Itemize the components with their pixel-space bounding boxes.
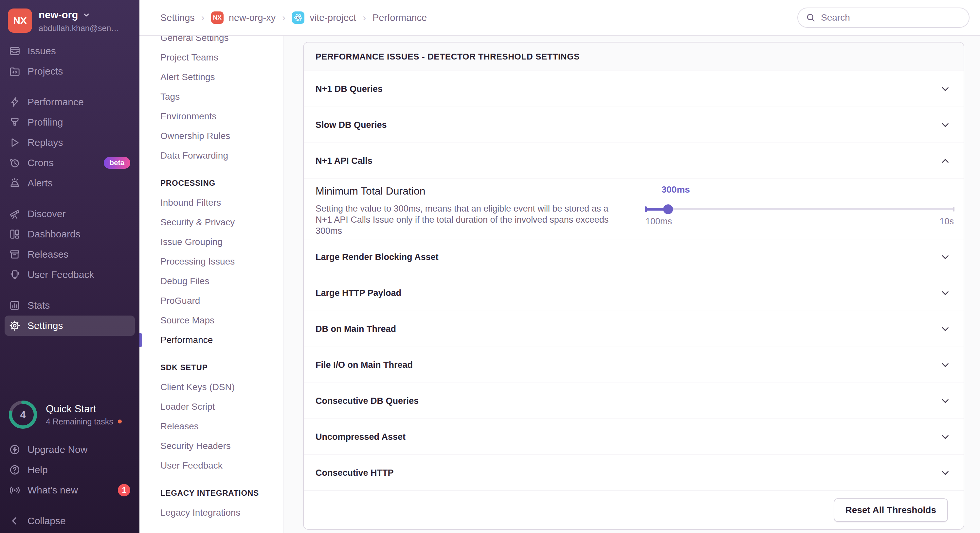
- settings-nav-item-tags[interactable]: Tags: [161, 87, 283, 106]
- panel-header: PERFORMANCE ISSUES - DETECTOR THRESHOLD …: [304, 43, 964, 71]
- settings-nav-item-processing-issues[interactable]: Processing Issues: [161, 252, 283, 271]
- detector-row-consecutive-http[interactable]: Consecutive HTTP: [304, 455, 964, 491]
- detector-row-db-on-main-thread[interactable]: DB on Main Thread: [304, 311, 964, 347]
- org-switcher[interactable]: NX new-org abdullah.khan@sen…: [0, 0, 140, 33]
- crons-icon: [9, 157, 20, 168]
- settings-nav-item-legacy-integrations[interactable]: Legacy Integrations: [161, 503, 283, 522]
- settings-nav-item-user-feedback[interactable]: User Feedback: [161, 456, 283, 476]
- settings-nav-item-security-headers[interactable]: Security Headers: [161, 436, 283, 456]
- sidebar-item-discover[interactable]: Discover: [0, 204, 140, 224]
- quick-start-subtitle: 4 Remaining tasks: [46, 417, 113, 427]
- detector-row-n-1-db-queries[interactable]: N+1 DB Queries: [304, 71, 964, 107]
- settings-nav-item-performance[interactable]: Performance: [161, 330, 283, 350]
- settings-nav-item-issue-grouping[interactable]: Issue Grouping: [161, 232, 283, 252]
- sidebar-item-user-feedback[interactable]: User Feedback: [0, 265, 140, 285]
- slider-value-label: 300ms: [662, 184, 690, 195]
- settings-nav-item-debug-files[interactable]: Debug Files: [161, 271, 283, 291]
- settings-nav-item-inbound-filters[interactable]: Inbound Filters: [161, 193, 283, 213]
- search-box[interactable]: [797, 8, 969, 28]
- collapse-icon: [9, 516, 20, 527]
- threshold-slider[interactable]: 300ms 100ms 10s: [646, 179, 954, 239]
- upgrade-icon: [9, 444, 20, 455]
- settings-nav-item-general-settings[interactable]: General Settings: [161, 36, 283, 48]
- sidebar-item-issues[interactable]: Issues: [0, 41, 140, 61]
- chevron-down-icon: [940, 120, 951, 130]
- discover-icon: [9, 208, 20, 219]
- detector-row-slow-db-queries[interactable]: Slow DB Queries: [304, 107, 964, 143]
- sidebar-item-alerts[interactable]: Alerts: [0, 173, 140, 193]
- chevron-down-icon: [940, 84, 951, 94]
- search-input[interactable]: [821, 13, 961, 23]
- detector-row-label: Slow DB Queries: [315, 120, 387, 130]
- detector-row-label: N+1 API Calls: [315, 156, 372, 166]
- settings-nav-item-proguard[interactable]: ProGuard: [161, 291, 283, 311]
- sidebar-item-settings[interactable]: Settings: [5, 316, 135, 336]
- sidebar-item-what-s-new[interactable]: What's new1: [0, 480, 140, 500]
- detector-row-label: Uncompressed Asset: [315, 432, 406, 442]
- slider-min-label: 100ms: [646, 216, 672, 227]
- breadcrumb-vite-project[interactable]: vite-project: [292, 11, 356, 24]
- tasks-dot: [118, 420, 122, 424]
- slider-thumb[interactable]: [663, 205, 673, 214]
- react-logo-icon: [293, 13, 303, 22]
- settings-nav-item-releases[interactable]: Releases: [161, 417, 283, 436]
- detector-row-label: Large Render Blocking Asset: [315, 252, 439, 262]
- beta-badge: beta: [104, 157, 130, 169]
- breadcrumb-performance[interactable]: Performance: [372, 13, 427, 23]
- sidebar-collapse-button[interactable]: Collapse: [0, 511, 140, 531]
- detector-row-label: File I/O on Main Thread: [315, 360, 413, 370]
- sidebar-item-label: Profiling: [27, 117, 63, 128]
- sidebar-item-upgrade-now[interactable]: Upgrade Now: [0, 439, 140, 460]
- breadcrumb-separator: ›: [282, 12, 285, 23]
- detector-row-consecutive-db-queries[interactable]: Consecutive DB Queries: [304, 383, 964, 419]
- sidebar-item-label: Settings: [27, 320, 63, 331]
- detector-row-n-1-api-calls[interactable]: N+1 API Calls: [304, 143, 964, 179]
- sidebar-item-dashboards[interactable]: Dashboards: [0, 224, 140, 244]
- breadcrumb-separator: ›: [201, 12, 205, 23]
- sidebar-item-projects[interactable]: Projects: [0, 61, 140, 81]
- sidebar-item-releases[interactable]: Releases: [0, 244, 140, 265]
- settings-nav-item-client-keys-dsn[interactable]: Client Keys (DSN): [161, 378, 283, 397]
- chevron-down-icon: [940, 468, 951, 478]
- sidebar-item-help[interactable]: Help: [0, 460, 140, 480]
- replays-icon: [9, 137, 20, 148]
- chevron-down-icon: [940, 396, 951, 406]
- settings-nav-item-ownership-rules[interactable]: Ownership Rules: [161, 126, 283, 146]
- detector-row-file-i-o-on-main-thread[interactable]: File I/O on Main Thread: [304, 347, 964, 383]
- settings-nav-item-source-maps[interactable]: Source Maps: [161, 311, 283, 330]
- slider-max-label: 10s: [939, 216, 954, 227]
- sidebar-item-stats[interactable]: Stats: [0, 295, 140, 316]
- sidebar-item-label: Help: [27, 464, 48, 476]
- help-icon: [9, 464, 20, 476]
- detector-row-label: Large HTTP Payload: [315, 288, 401, 298]
- settings-nav-item-alert-settings[interactable]: Alert Settings: [161, 67, 283, 87]
- detector-row-large-http-payload[interactable]: Large HTTP Payload: [304, 275, 964, 311]
- performance-icon: [9, 97, 20, 108]
- chevron-down-icon: [940, 288, 951, 298]
- sidebar-item-crons[interactable]: Cronsbeta: [0, 153, 140, 173]
- settings-nav-section-sdk-setup: SDK SETUP: [161, 358, 283, 378]
- detector-row-label: Consecutive DB Queries: [315, 396, 418, 406]
- quick-start[interactable]: 4 Quick Start 4 Remaining tasks: [0, 400, 140, 430]
- detector-row-uncompressed-asset[interactable]: Uncompressed Asset: [304, 419, 964, 455]
- whats-new-icon: [9, 485, 20, 496]
- sidebar-item-label: Discover: [27, 208, 66, 219]
- slider-track[interactable]: [646, 208, 954, 211]
- sidebar-item-performance[interactable]: Performance: [0, 92, 140, 112]
- sidebar-item-label: Upgrade Now: [27, 444, 88, 455]
- settings-nav-item-security-privacy[interactable]: Security & Privacy: [161, 213, 283, 232]
- chevron-up-icon: [940, 155, 951, 166]
- sidebar-item-profiling[interactable]: Profiling: [0, 112, 140, 132]
- reset-all-thresholds-button[interactable]: Reset All Thresholds: [834, 498, 948, 522]
- settings-nav-item-loader-script[interactable]: Loader Script: [161, 397, 283, 417]
- sidebar-item-label: User Feedback: [27, 269, 94, 280]
- settings-nav-item-environments[interactable]: Environments: [161, 106, 283, 126]
- detector-row-large-render-blocking-asset[interactable]: Large Render Blocking Asset: [304, 240, 964, 275]
- settings-nav-item-data-forwarding[interactable]: Data Forwarding: [161, 146, 283, 165]
- sidebar-item-label: Dashboards: [27, 228, 81, 240]
- settings-nav-item-project-teams[interactable]: Project Teams: [161, 48, 283, 67]
- settings-nav-section-legacy-integrations: LEGACY INTEGRATIONS: [161, 483, 283, 503]
- breadcrumb-settings[interactable]: Settings: [161, 13, 195, 23]
- sidebar-item-replays[interactable]: Replays: [0, 132, 140, 153]
- breadcrumb-new-org-xy[interactable]: NXnew-org-xy: [211, 11, 275, 24]
